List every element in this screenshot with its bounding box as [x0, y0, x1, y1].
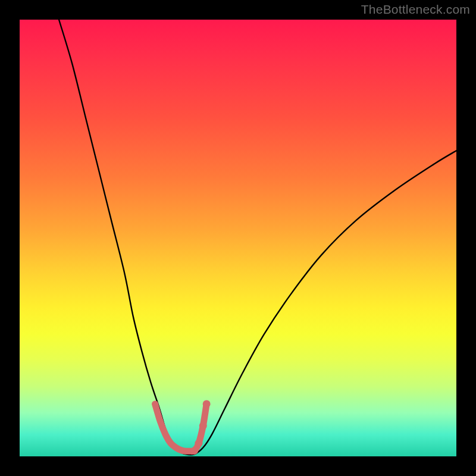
chart-frame: TheBottleneck.com — [0, 0, 476, 476]
watermark-text: TheBottleneck.com — [361, 2, 470, 17]
plot-area — [20, 20, 456, 456]
